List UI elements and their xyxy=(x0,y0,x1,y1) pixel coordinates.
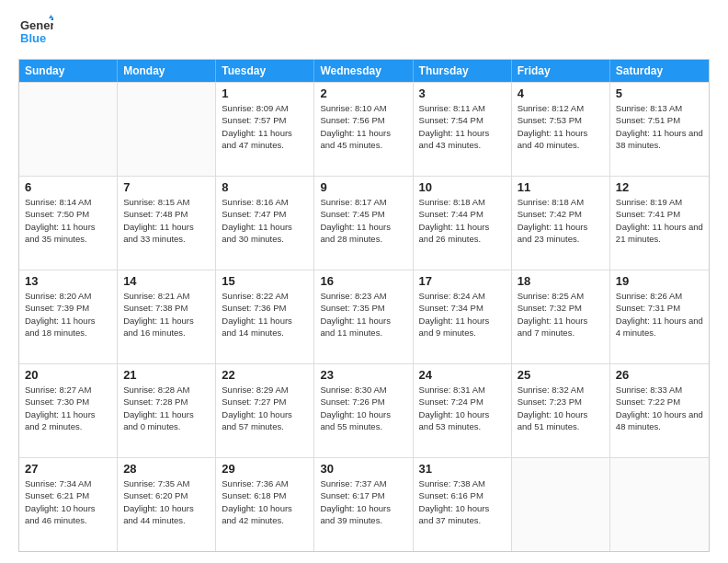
calendar-cell: 22Sunrise: 8:29 AM Sunset: 7:27 PM Dayli… xyxy=(216,364,314,457)
calendar-cell xyxy=(512,458,610,551)
calendar-cell: 7Sunrise: 8:15 AM Sunset: 7:48 PM Daylig… xyxy=(118,177,216,270)
calendar-week-row: 6Sunrise: 8:14 AM Sunset: 7:50 PM Daylig… xyxy=(19,176,709,270)
day-info: Sunrise: 8:14 AM Sunset: 7:50 PM Dayligh… xyxy=(25,196,111,245)
calendar-cell: 9Sunrise: 8:17 AM Sunset: 7:45 PM Daylig… xyxy=(314,177,413,270)
day-number: 28 xyxy=(123,462,210,476)
day-info: Sunrise: 8:28 AM Sunset: 7:28 PM Dayligh… xyxy=(123,384,210,432)
day-info: Sunrise: 7:38 AM Sunset: 6:16 PM Dayligh… xyxy=(419,477,506,526)
calendar-week-row: 13Sunrise: 8:20 AM Sunset: 7:39 PM Dayli… xyxy=(19,270,709,363)
day-number: 14 xyxy=(123,274,210,288)
day-number: 29 xyxy=(222,462,308,476)
calendar-cell: 8Sunrise: 8:16 AM Sunset: 7:47 PM Daylig… xyxy=(216,177,314,270)
calendar-cell: 1Sunrise: 8:09 AM Sunset: 7:57 PM Daylig… xyxy=(216,83,314,176)
day-info: Sunrise: 8:10 AM Sunset: 7:56 PM Dayligh… xyxy=(320,102,406,151)
day-info: Sunrise: 8:19 AM Sunset: 7:41 PM Dayligh… xyxy=(616,196,703,245)
calendar-cell: 11Sunrise: 8:18 AM Sunset: 7:42 PM Dayli… xyxy=(512,177,610,270)
day-number: 17 xyxy=(419,274,506,288)
calendar-cell: 23Sunrise: 8:30 AM Sunset: 7:26 PM Dayli… xyxy=(314,364,413,457)
day-number: 7 xyxy=(123,180,210,194)
calendar-cell: 21Sunrise: 8:28 AM Sunset: 7:28 PM Dayli… xyxy=(118,364,216,457)
page: General Blue SundayMondayTuesdayWednesda… xyxy=(0,0,728,563)
calendar-cell: 2Sunrise: 8:10 AM Sunset: 7:56 PM Daylig… xyxy=(314,83,413,176)
day-number: 19 xyxy=(616,274,703,288)
calendar-cell: 5Sunrise: 8:13 AM Sunset: 7:51 PM Daylig… xyxy=(610,83,709,176)
day-number: 6 xyxy=(25,180,111,194)
day-of-week-header: Friday xyxy=(512,60,610,82)
day-info: Sunrise: 8:17 AM Sunset: 7:45 PM Dayligh… xyxy=(320,196,406,245)
day-info: Sunrise: 7:34 AM Sunset: 6:21 PM Dayligh… xyxy=(25,477,111,526)
day-number: 5 xyxy=(616,86,703,100)
calendar-cell: 31Sunrise: 7:38 AM Sunset: 6:16 PM Dayli… xyxy=(414,458,512,551)
day-of-week-header: Tuesday xyxy=(216,60,314,82)
calendar-cell: 15Sunrise: 8:22 AM Sunset: 7:36 PM Dayli… xyxy=(216,270,314,363)
calendar: SundayMondayTuesdayWednesdayThursdayFrid… xyxy=(18,59,710,552)
svg-text:General: General xyxy=(20,18,53,32)
day-number: 26 xyxy=(616,368,703,382)
day-info: Sunrise: 8:26 AM Sunset: 7:31 PM Dayligh… xyxy=(616,290,703,339)
calendar-cell: 12Sunrise: 8:19 AM Sunset: 7:41 PM Dayli… xyxy=(610,177,709,270)
day-of-week-header: Monday xyxy=(118,60,216,82)
calendar-cell: 30Sunrise: 7:37 AM Sunset: 6:17 PM Dayli… xyxy=(314,458,413,551)
calendar-cell: 10Sunrise: 8:18 AM Sunset: 7:44 PM Dayli… xyxy=(414,177,512,270)
calendar-cell: 4Sunrise: 8:12 AM Sunset: 7:53 PM Daylig… xyxy=(512,83,610,176)
day-info: Sunrise: 8:32 AM Sunset: 7:23 PM Dayligh… xyxy=(518,384,604,432)
day-number: 3 xyxy=(419,86,506,100)
day-info: Sunrise: 7:36 AM Sunset: 6:18 PM Dayligh… xyxy=(222,477,308,526)
day-number: 13 xyxy=(25,274,111,288)
day-info: Sunrise: 8:18 AM Sunset: 7:42 PM Dayligh… xyxy=(518,196,604,245)
day-info: Sunrise: 8:22 AM Sunset: 7:36 PM Dayligh… xyxy=(222,290,308,339)
day-info: Sunrise: 8:18 AM Sunset: 7:44 PM Dayligh… xyxy=(419,196,506,245)
calendar-cell: 3Sunrise: 8:11 AM Sunset: 7:54 PM Daylig… xyxy=(414,83,512,176)
calendar-cell: 19Sunrise: 8:26 AM Sunset: 7:31 PM Dayli… xyxy=(610,270,709,363)
day-info: Sunrise: 8:33 AM Sunset: 7:22 PM Dayligh… xyxy=(616,384,703,432)
day-number: 4 xyxy=(518,86,604,100)
calendar-cell xyxy=(19,83,118,176)
calendar-cell: 13Sunrise: 8:20 AM Sunset: 7:39 PM Dayli… xyxy=(19,270,118,363)
calendar-cell: 29Sunrise: 7:36 AM Sunset: 6:18 PM Dayli… xyxy=(216,458,314,551)
header: General Blue xyxy=(18,15,710,50)
day-info: Sunrise: 8:25 AM Sunset: 7:32 PM Dayligh… xyxy=(518,290,604,339)
calendar-cell: 27Sunrise: 7:34 AM Sunset: 6:21 PM Dayli… xyxy=(19,458,118,551)
calendar-cell xyxy=(610,458,709,551)
calendar-cell: 14Sunrise: 8:21 AM Sunset: 7:38 PM Dayli… xyxy=(118,270,216,363)
day-info: Sunrise: 8:24 AM Sunset: 7:34 PM Dayligh… xyxy=(419,290,506,339)
day-number: 15 xyxy=(222,274,308,288)
calendar-cell: 6Sunrise: 8:14 AM Sunset: 7:50 PM Daylig… xyxy=(19,177,118,270)
svg-marker-2 xyxy=(49,15,53,18)
calendar-week-row: 20Sunrise: 8:27 AM Sunset: 7:30 PM Dayli… xyxy=(19,363,709,457)
day-number: 1 xyxy=(222,86,308,100)
calendar-cell: 16Sunrise: 8:23 AM Sunset: 7:35 PM Dayli… xyxy=(314,270,413,363)
day-number: 20 xyxy=(25,368,111,382)
day-number: 8 xyxy=(222,180,308,194)
calendar-week-row: 1Sunrise: 8:09 AM Sunset: 7:57 PM Daylig… xyxy=(19,82,709,176)
day-info: Sunrise: 8:09 AM Sunset: 7:57 PM Dayligh… xyxy=(222,102,308,151)
calendar-cell: 18Sunrise: 8:25 AM Sunset: 7:32 PM Dayli… xyxy=(512,270,610,363)
calendar-cell: 17Sunrise: 8:24 AM Sunset: 7:34 PM Dayli… xyxy=(414,270,512,363)
day-info: Sunrise: 8:20 AM Sunset: 7:39 PM Dayligh… xyxy=(25,290,111,339)
day-info: Sunrise: 8:27 AM Sunset: 7:30 PM Dayligh… xyxy=(25,384,111,432)
day-of-week-header: Saturday xyxy=(610,60,709,82)
calendar-cell: 20Sunrise: 8:27 AM Sunset: 7:30 PM Dayli… xyxy=(19,364,118,457)
day-info: Sunrise: 8:12 AM Sunset: 7:53 PM Dayligh… xyxy=(518,102,604,151)
calendar-body: 1Sunrise: 8:09 AM Sunset: 7:57 PM Daylig… xyxy=(19,82,709,551)
day-number: 18 xyxy=(518,274,604,288)
day-number: 27 xyxy=(25,462,111,476)
day-info: Sunrise: 8:29 AM Sunset: 7:27 PM Dayligh… xyxy=(222,384,308,432)
day-info: Sunrise: 8:31 AM Sunset: 7:24 PM Dayligh… xyxy=(419,384,506,432)
day-number: 12 xyxy=(616,180,703,194)
day-number: 21 xyxy=(123,368,210,382)
day-info: Sunrise: 8:30 AM Sunset: 7:26 PM Dayligh… xyxy=(320,384,406,432)
day-info: Sunrise: 8:23 AM Sunset: 7:35 PM Dayligh… xyxy=(320,290,406,339)
calendar-week-row: 27Sunrise: 7:34 AM Sunset: 6:21 PM Dayli… xyxy=(19,457,709,551)
calendar-cell xyxy=(118,83,216,176)
day-number: 25 xyxy=(518,368,604,382)
day-info: Sunrise: 8:16 AM Sunset: 7:47 PM Dayligh… xyxy=(222,196,308,245)
svg-text:Blue: Blue xyxy=(20,31,46,45)
day-of-week-header: Wednesday xyxy=(314,60,413,82)
day-number: 2 xyxy=(320,86,406,100)
calendar-cell: 25Sunrise: 8:32 AM Sunset: 7:23 PM Dayli… xyxy=(512,364,610,457)
day-info: Sunrise: 7:35 AM Sunset: 6:20 PM Dayligh… xyxy=(123,477,210,526)
day-number: 10 xyxy=(419,180,506,194)
day-info: Sunrise: 8:21 AM Sunset: 7:38 PM Dayligh… xyxy=(123,290,210,339)
day-of-week-header: Thursday xyxy=(414,60,512,82)
